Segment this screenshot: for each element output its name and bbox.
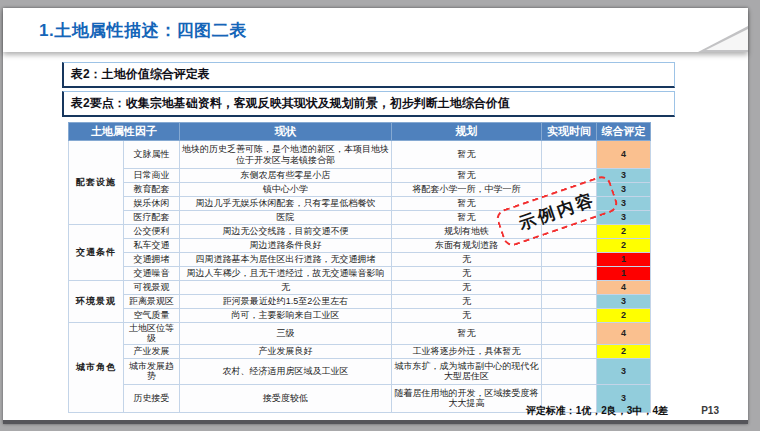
status-cell: 周边道路条件良好	[180, 239, 392, 253]
table-row: 交通拥堵 四周道路基本为居住区出行道路，无交通拥堵 无 1	[69, 253, 651, 267]
rating-cell: 1	[597, 253, 651, 267]
header-plan: 规划	[392, 123, 542, 141]
status-cell: 无	[180, 281, 392, 295]
plan-cell: 暂无	[392, 141, 542, 169]
header-factor: 土地属性因子	[69, 123, 180, 141]
table-row: 配套设施 文脉属性 地块的历史乏善可陈，是个地道的新区，本项目地块位于开发区与老…	[69, 141, 651, 169]
factor-cell: 可视景观	[124, 281, 180, 295]
time-cell	[542, 309, 597, 323]
factor-cell: 文脉属性	[124, 141, 180, 169]
status-cell: 距河景最近处约1.5至2公里左右	[180, 295, 392, 309]
plan-cell: 暂无	[392, 169, 542, 183]
page-curl-face-icon	[706, 29, 748, 50]
table-row: 城市角色 土地区位等级 三级 暂无 4	[69, 323, 651, 345]
table-subtitle-bar: 表2：土地价值综合评定表	[62, 62, 675, 88]
plan-cell: 无	[392, 281, 542, 295]
plan-cell: 无	[392, 253, 542, 267]
header-time: 实现时间	[542, 123, 597, 141]
land-value-table: 土地属性因子 现状 规划 实现时间 综合评定 配套设施 文脉属性 地块的历史乏善…	[68, 122, 651, 413]
rating-cell: 1	[597, 267, 651, 281]
factor-cell: 日常商业	[124, 169, 180, 183]
factor-cell: 私车交通	[124, 239, 180, 253]
status-cell: 周边几乎无娱乐休闲配套，只有零星低档餐饮	[180, 197, 392, 211]
status-cell: 医院	[180, 211, 392, 225]
header-rating: 综合评定	[597, 123, 651, 141]
factor-cell: 娱乐休闲	[124, 197, 180, 211]
factor-cell: 土地区位等级	[124, 323, 180, 345]
status-cell: 产业发展良好	[180, 344, 392, 358]
plan-cell: 无	[392, 267, 542, 281]
factor-cell: 城市发展趋势	[124, 358, 180, 384]
slide-title: 1.土地属性描述：四图二表	[39, 19, 247, 42]
time-cell	[542, 267, 597, 281]
status-cell: 周边无公交线路，目前交通不便	[180, 225, 392, 239]
time-cell	[542, 358, 597, 384]
time-cell	[542, 253, 597, 267]
factor-cell: 交通拥堵	[124, 253, 180, 267]
time-cell	[542, 344, 597, 358]
status-cell: 东侧农居有些零星小店	[180, 169, 392, 183]
slide: 1.土地属性描述：四图二表 表2：土地价值综合评定表 表2要点：收集宗地基础资料…	[3, 8, 748, 424]
time-cell	[542, 295, 597, 309]
category-cell: 环境景观	[69, 281, 124, 323]
rating-cell: 2	[597, 344, 651, 358]
category-cell: 城市角色	[69, 323, 124, 413]
table-row: 日常商业 东侧农居有些零星小店 暂无 3	[69, 169, 651, 183]
table-row: 交通噪音 周边人车稀少，且无干道经过，故无交通噪音影响 无 1	[69, 267, 651, 281]
rating-cell: 2	[597, 239, 651, 253]
table-row: 距离景观区 距河景最近处约1.5至2公里左右 无 3	[69, 295, 651, 309]
status-cell: 镇中心小学	[180, 183, 392, 197]
rating-cell: 4	[597, 141, 651, 169]
factor-cell: 医疗配套	[124, 211, 180, 225]
status-cell: 农村、经济适用房区域及工业区	[180, 358, 392, 384]
time-cell	[542, 141, 597, 169]
rating-legend: 评定标准：1优，2良，3中，4差	[423, 404, 668, 418]
rating-cell: 2	[597, 309, 651, 323]
time-cell	[542, 239, 597, 253]
plan-cell: 城市东扩，成为城市副中心的现代化大型居住区	[392, 358, 542, 384]
factor-cell: 历史接受	[124, 384, 180, 412]
plan-cell: 无	[392, 295, 542, 309]
status-cell: 地块的历史乏善可陈，是个地道的新区，本项目地块位于开发区与老镇接合部	[180, 141, 392, 169]
status-cell: 接受度较低	[180, 384, 392, 412]
time-cell	[542, 281, 597, 295]
factor-cell: 距离景观区	[124, 295, 180, 309]
status-cell: 三级	[180, 323, 392, 345]
table-header-row: 土地属性因子 现状 规划 实现时间 综合评定	[69, 123, 651, 141]
factor-cell: 交通噪音	[124, 267, 180, 281]
category-cell: 交通条件	[69, 225, 124, 281]
rating-cell: 4	[597, 281, 651, 295]
factor-cell: 产业发展	[124, 344, 180, 358]
time-cell	[542, 323, 597, 345]
status-cell: 尚可，主要影响来自工业区	[180, 309, 392, 323]
table-row: 城市发展趋势 农村、经济适用房区域及工业区 城市东扩，成为城市副中心的现代化大型…	[69, 358, 651, 384]
plan-cell: 暂无	[392, 323, 542, 345]
status-cell: 周边人车稀少，且无干道经过，故无交通噪音影响	[180, 267, 392, 281]
table-row: 私车交通 周边道路条件良好 东面有规划道路 2	[69, 239, 651, 253]
plan-cell: 无	[392, 309, 542, 323]
rating-cell: 4	[597, 323, 651, 345]
rating-cell: 3	[597, 295, 651, 309]
plan-cell: 工业将逐步外迁，具体暂无	[392, 344, 542, 358]
table-row: 空气质量 尚可，主要影响来自工业区 无 2	[69, 309, 651, 323]
factor-cell: 公交便利	[124, 225, 180, 239]
status-cell: 四周道路基本为居住区出行道路，无交通拥堵	[180, 253, 392, 267]
table-row: 产业发展 产业发展良好 工业将逐步外迁，具体暂无 2	[69, 344, 651, 358]
table-keypoint-bar: 表2要点：收集宗地基础资料，客观反映其现状及规划前景，初步判断土地综合价值	[62, 91, 675, 117]
factor-cell: 教育配套	[124, 183, 180, 197]
factor-cell: 空气质量	[124, 309, 180, 323]
title-band: 1.土地属性描述：四图二表	[3, 8, 748, 52]
header-status: 现状	[180, 123, 392, 141]
rating-cell: 2	[597, 225, 651, 239]
table-row: 环境景观 可视景观 无 无 4	[69, 281, 651, 295]
page-number: P13	[701, 405, 719, 416]
category-cell: 配套设施	[69, 141, 124, 225]
rating-cell: 3	[597, 358, 651, 384]
plan-cell: 将配套小学一所，中学一所	[392, 183, 542, 197]
